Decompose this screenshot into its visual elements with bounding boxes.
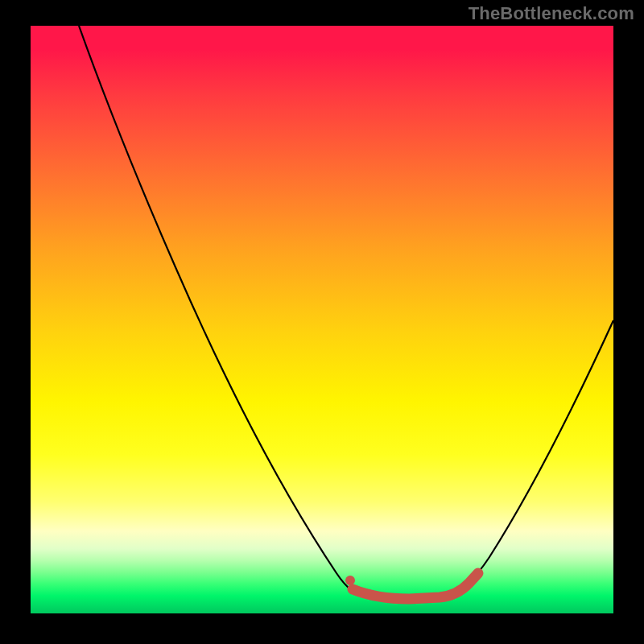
highlight-range [353,573,478,599]
bottleneck-curve [79,26,613,597]
plot-area [31,26,613,613]
marker-start [345,576,355,585]
chart-container: TheBottleneck.com [0,0,644,644]
watermark: TheBottleneck.com [469,3,634,24]
chart-svg [31,26,613,613]
